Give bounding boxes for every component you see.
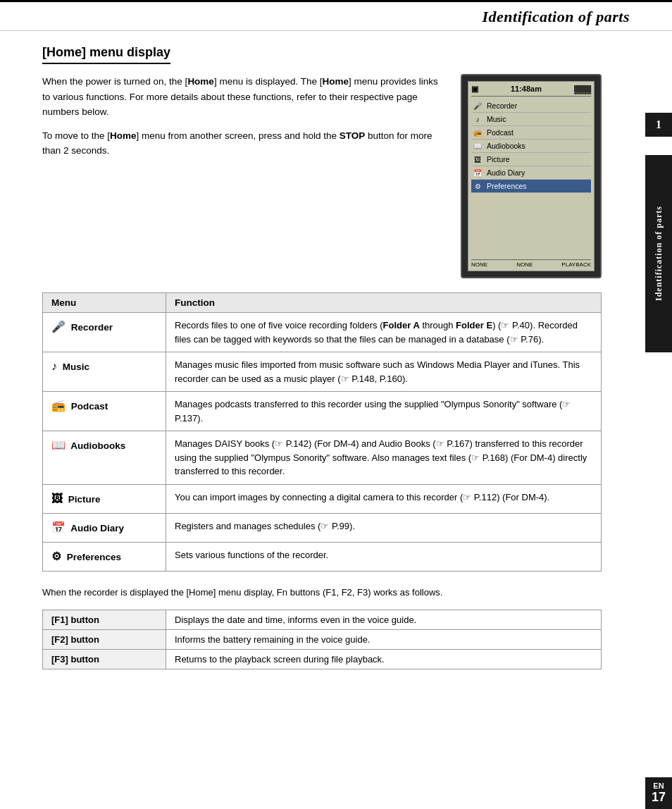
device-image: ▣ 11:48am ▓▓▓ 🎤 Recorder ♪ Music 📻 Podca… xyxy=(461,74,602,278)
function-audiobooks: Manages DAISY books (☞ P.142) (For DM-4)… xyxy=(166,431,602,485)
menu-name-picture: 🖼 Picture xyxy=(43,484,166,513)
audiobooks-icon: 📖 xyxy=(473,142,483,150)
page-number: 17 xyxy=(645,790,672,805)
table-music-icon: ♪ xyxy=(51,358,57,375)
menu-name-music: ♪ Music xyxy=(43,352,166,392)
table-row: 🖼 Picture You can import images by conne… xyxy=(43,484,602,513)
intro-text: When the power is turned on, the [Home] … xyxy=(42,74,440,278)
menu-table: Menu Function 🎤 Recorder Records files t… xyxy=(42,292,602,572)
function-audio-diary: Registers and manages schedules (☞ P.99)… xyxy=(166,513,602,542)
table-row: ♪ Music Manages music files imported fro… xyxy=(43,352,602,392)
table-row: 📖 Audiobooks Manages DAISY books (☞ P.14… xyxy=(43,431,602,485)
function-podcast: Manages podcasts transferred to this rec… xyxy=(166,392,602,431)
music-icon: ♪ xyxy=(473,116,483,123)
table-recorder-icon: 🎤 xyxy=(51,319,66,335)
device-battery: ▓▓▓ xyxy=(574,85,591,94)
table-row: 📅 Audio Diary Registers and manages sche… xyxy=(43,513,602,542)
fn1-button-function: Displays the date and time, informs even… xyxy=(166,610,602,630)
function-recorder: Records files to one of five voice recor… xyxy=(166,313,602,352)
table-preferences-icon: ⚙ xyxy=(51,548,61,565)
device-menu-picture: 🖼 Picture xyxy=(471,153,591,166)
recorder-icon: 🎤 xyxy=(473,102,483,110)
fn3-button-function: Returns to the playback screen during fi… xyxy=(166,650,602,669)
page-header: Identification of parts xyxy=(0,0,672,31)
table-row: 📻 Podcast Manages podcasts transferred t… xyxy=(43,392,602,431)
device-time: 11:48am xyxy=(511,85,542,94)
chapter-number-tab: 1 xyxy=(645,113,672,137)
function-preferences: Sets various functions of the recorder. xyxy=(166,542,602,571)
menu-name-podcast: 📻 Podcast xyxy=(43,392,166,431)
table-row: ⚙ Preferences Sets various functions of … xyxy=(43,542,602,571)
fn1-button-label: [F1] button xyxy=(43,610,166,630)
picture-icon: 🖼 xyxy=(473,156,483,163)
fn2-button-label: [F2] button xyxy=(43,630,166,650)
footer-text: When the recorder is displayed the [Home… xyxy=(42,586,602,600)
intro-paragraph-1: When the power is turned on, the [Home] … xyxy=(42,74,440,120)
main-content: [Home] menu display When the power is tu… xyxy=(0,31,672,695)
device-menu-music: ♪ Music xyxy=(471,113,591,126)
section-title: [Home] menu display xyxy=(42,45,170,64)
menu-name-preferences: ⚙ Preferences xyxy=(43,542,166,571)
fn3-button-label: [F3] button xyxy=(43,650,166,669)
intro-section: When the power is turned on, the [Home] … xyxy=(42,74,602,278)
device-indicator: ▣ xyxy=(471,85,478,94)
table-audiobooks-icon: 📖 xyxy=(51,437,66,454)
col-header-function: Function xyxy=(166,293,602,313)
device-menu-preferences: ⚙ Preferences xyxy=(471,180,591,193)
page-title: Identification of parts xyxy=(482,8,630,25)
device-menu-audio-diary: 📅 Audio Diary xyxy=(471,166,591,180)
table-row: 🎤 Recorder Records files to one of five … xyxy=(43,313,602,352)
page-lang: EN xyxy=(645,782,672,790)
table-podcast-icon: 📻 xyxy=(51,397,66,414)
table-row: [F1] button Displays the date and time, … xyxy=(43,610,602,630)
fn2-button-function: Informs the battery remaining in the voi… xyxy=(166,630,602,650)
menu-name-audio-diary: 📅 Audio Diary xyxy=(43,513,166,542)
page-info: EN 17 xyxy=(645,777,672,809)
preferences-icon: ⚙ xyxy=(473,183,483,190)
function-music: Manages music files imported from music … xyxy=(166,352,602,392)
col-header-menu: Menu xyxy=(43,293,166,313)
device-screen: ▣ 11:48am ▓▓▓ 🎤 Recorder ♪ Music 📻 Podca… xyxy=(468,81,595,271)
audio-diary-icon: 📅 xyxy=(473,169,483,177)
intro-paragraph-2: To move to the [Home] menu from another … xyxy=(42,128,440,159)
chapter-sidebar-label: Identification of parts xyxy=(645,155,672,352)
table-row: [F2] button Informs the battery remainin… xyxy=(43,630,602,650)
table-row: [F3] button Returns to the playback scre… xyxy=(43,650,602,669)
device-bottom-bar: NONE NONE PLAYBACK xyxy=(471,259,591,268)
device-menu-recorder: 🎤 Recorder xyxy=(471,99,591,113)
device-screen-header: ▣ 11:48am ▓▓▓ xyxy=(471,85,591,97)
device-menu-audiobooks: 📖 Audiobooks xyxy=(471,140,591,153)
podcast-icon: 📻 xyxy=(473,129,483,137)
table-picture-icon: 🖼 xyxy=(51,490,63,507)
function-picture: You can import images by connecting a di… xyxy=(166,484,602,513)
device-menu-podcast: 📻 Podcast xyxy=(471,126,591,140)
table-header-row: Menu Function xyxy=(43,293,602,313)
fn-table: [F1] button Displays the date and time, … xyxy=(42,610,602,669)
menu-name-recorder: 🎤 Recorder xyxy=(43,313,166,352)
menu-name-audiobooks: 📖 Audiobooks xyxy=(43,431,166,485)
table-audio-diary-icon: 📅 xyxy=(51,519,66,536)
